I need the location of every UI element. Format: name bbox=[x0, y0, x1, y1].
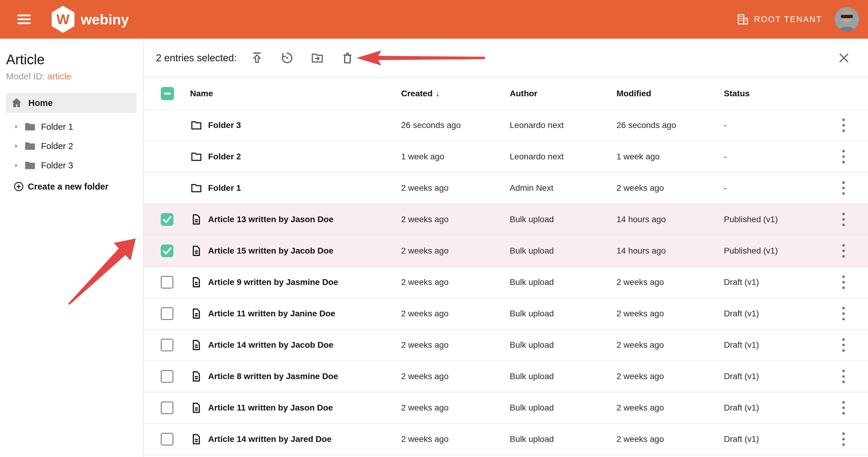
document-icon bbox=[190, 307, 203, 320]
row-checkbox[interactable] bbox=[161, 339, 174, 351]
table-row[interactable]: Article 8 written by Jasmine Doe2 weeks … bbox=[144, 361, 868, 392]
tenant-selector[interactable]: ROOT TENANT bbox=[737, 13, 822, 26]
row-menu-kebab-icon[interactable] bbox=[838, 274, 849, 291]
page-title: Article bbox=[6, 51, 143, 67]
selected-count-text: 2 entries selected: bbox=[156, 52, 237, 64]
model-id-label: Model ID: bbox=[6, 71, 44, 81]
table-row[interactable]: Folder 21 week agoLeonardo next1 week ag… bbox=[144, 141, 868, 173]
chevron-right-icon[interactable] bbox=[13, 143, 19, 149]
row-created: 2 weeks ago bbox=[401, 434, 510, 444]
sidebar-item-folder-1[interactable]: Folder 1 bbox=[6, 117, 143, 137]
model-id: Model ID: article bbox=[6, 71, 143, 82]
webiny-wordmark: webiny bbox=[81, 11, 129, 28]
row-menu-kebab-icon[interactable] bbox=[838, 305, 849, 322]
tenant-label: ROOT TENANT bbox=[754, 15, 822, 24]
chevron-right-icon[interactable] bbox=[13, 124, 19, 130]
move-to-folder-button[interactable] bbox=[310, 51, 324, 65]
plus-circle-icon bbox=[13, 181, 24, 192]
table-row[interactable]: Article 11 written by Janine Doe2 weeks … bbox=[144, 298, 868, 330]
column-header-name[interactable]: Name bbox=[180, 89, 401, 98]
table-row[interactable]: Article 15 written by Jacob Doe2 weeks a… bbox=[144, 235, 868, 267]
row-created: 2 weeks ago bbox=[401, 183, 510, 193]
restore-revision-button[interactable] bbox=[280, 51, 294, 65]
document-icon bbox=[190, 276, 203, 289]
row-author: Leonardo next bbox=[510, 120, 617, 130]
table-row[interactable]: Article 14 written by Jared Doe2 weeks a… bbox=[144, 424, 868, 455]
row-created: 2 weeks ago bbox=[401, 340, 510, 350]
row-name: Article 14 written by Jared Doe bbox=[208, 434, 332, 444]
row-modified: 2 weeks ago bbox=[617, 403, 724, 412]
column-header-created[interactable]: Created↓ bbox=[401, 89, 510, 98]
row-checkbox[interactable] bbox=[161, 370, 174, 383]
folder-icon bbox=[24, 159, 36, 172]
row-created: 2 weeks ago bbox=[401, 309, 510, 318]
row-name: Article 15 written by Jacob Doe bbox=[208, 246, 333, 256]
row-menu-kebab-icon[interactable] bbox=[838, 211, 849, 228]
column-header-modified[interactable]: Modified bbox=[617, 89, 724, 98]
table-row[interactable]: Article 14 written by Jacob Doe2 weeks a… bbox=[144, 330, 868, 361]
row-status: - bbox=[724, 152, 830, 162]
row-menu-kebab-icon[interactable] bbox=[838, 242, 849, 259]
sidebar-item-folder-2[interactable]: Folder 2 bbox=[6, 137, 143, 156]
row-menu-kebab-icon[interactable] bbox=[838, 148, 849, 165]
row-status: Draft (v1) bbox=[724, 403, 830, 412]
row-name: Article 9 written by Jasmine Doe bbox=[208, 277, 338, 287]
sidebar-item-label: Home bbox=[28, 98, 53, 108]
row-checkbox-checked[interactable] bbox=[161, 213, 174, 226]
document-icon bbox=[190, 213, 203, 226]
model-id-value[interactable]: article bbox=[48, 71, 71, 81]
row-created: 2 weeks ago bbox=[401, 403, 510, 412]
row-status: Draft (v1) bbox=[724, 340, 830, 350]
row-checkbox[interactable] bbox=[161, 307, 174, 320]
close-selection-icon[interactable] bbox=[838, 52, 850, 64]
row-menu-kebab-icon[interactable] bbox=[838, 399, 849, 416]
column-header-status[interactable]: Status bbox=[724, 89, 830, 98]
document-icon bbox=[190, 401, 203, 414]
user-avatar[interactable] bbox=[835, 7, 859, 31]
bulk-actions-toolbar: 2 entries selected: bbox=[144, 39, 868, 78]
top-bar: W webiny ROOT TENANT bbox=[0, 0, 868, 39]
chevron-right-icon[interactable] bbox=[13, 162, 19, 168]
column-header-author[interactable]: Author bbox=[510, 89, 617, 98]
sidebar-item-home[interactable]: Home bbox=[6, 93, 136, 113]
row-modified: 2 weeks ago bbox=[617, 277, 724, 287]
delete-button[interactable] bbox=[341, 51, 354, 65]
row-author: Bulk upload bbox=[510, 246, 617, 256]
row-status: Draft (v1) bbox=[724, 372, 830, 381]
folder-label: Folder 1 bbox=[41, 122, 73, 132]
row-menu-kebab-icon[interactable] bbox=[838, 368, 849, 385]
webiny-logo[interactable]: W webiny bbox=[51, 6, 129, 33]
publish-button[interactable] bbox=[250, 51, 264, 65]
row-created: 1 week ago bbox=[401, 152, 510, 162]
table-row[interactable]: Article 11 written by Jason Doe2 weeks a… bbox=[144, 392, 868, 424]
row-checkbox[interactable] bbox=[161, 401, 174, 414]
table-row[interactable]: Folder 326 seconds agoLeonardo next26 se… bbox=[144, 110, 868, 141]
row-menu-kebab-icon[interactable] bbox=[838, 431, 849, 448]
table-row[interactable]: Article 13 written by Jason Doe2 weeks a… bbox=[144, 204, 868, 235]
row-modified: 1 week ago bbox=[617, 152, 724, 162]
table-header: Name Created↓ Author Modified Status bbox=[144, 78, 868, 110]
row-name: Article 13 written by Jason Doe bbox=[208, 215, 333, 224]
row-checkbox[interactable] bbox=[161, 276, 174, 289]
select-all-checkbox[interactable] bbox=[161, 87, 174, 100]
create-folder-button[interactable]: Create a new folder bbox=[6, 181, 143, 192]
row-name: Article 8 written by Jasmine Doe bbox=[208, 372, 338, 381]
row-checkbox[interactable] bbox=[161, 433, 174, 446]
row-menu-kebab-icon[interactable] bbox=[838, 117, 849, 134]
row-checkbox-checked[interactable] bbox=[161, 245, 174, 257]
row-author: Bulk upload bbox=[510, 309, 617, 318]
folder-icon bbox=[190, 119, 203, 132]
folder-label: Folder 2 bbox=[41, 141, 73, 151]
row-modified: 2 weeks ago bbox=[617, 340, 724, 350]
table-row[interactable]: Article 9 written by Jasmine Doe2 weeks … bbox=[144, 267, 868, 298]
row-menu-kebab-icon[interactable] bbox=[838, 337, 849, 353]
hamburger-menu-icon[interactable] bbox=[18, 15, 31, 24]
row-name: Folder 1 bbox=[208, 183, 241, 193]
sidebar-item-folder-3[interactable]: Folder 3 bbox=[6, 156, 143, 175]
row-name: Folder 2 bbox=[208, 152, 241, 162]
row-status: Draft (v1) bbox=[724, 434, 830, 444]
row-menu-kebab-icon[interactable] bbox=[838, 180, 849, 197]
table-row[interactable]: Folder 12 weeks agoAdmin Next2 weeks ago… bbox=[144, 173, 868, 204]
row-modified: 2 weeks ago bbox=[617, 372, 724, 381]
webiny-admin-app: W webiny ROOT TENANT bbox=[0, 0, 868, 457]
